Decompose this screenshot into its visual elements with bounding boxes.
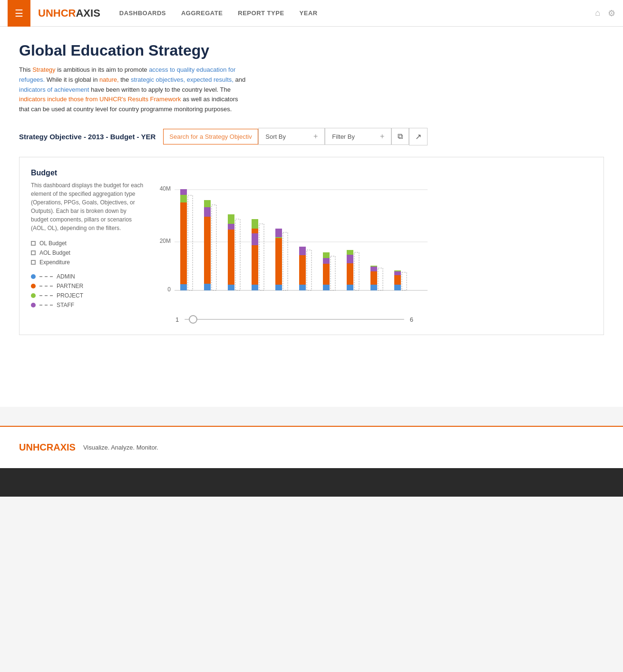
sort-by-dropdown[interactable]: Sort By +	[258, 128, 325, 145]
slider-min-label: 1	[175, 316, 179, 323]
admin-line-icon	[39, 276, 53, 277]
settings-icon[interactable]: ⚙	[608, 8, 615, 19]
bar-5-ol	[283, 232, 288, 290]
bar-3-admin	[228, 285, 234, 290]
bar-2-project	[204, 200, 211, 207]
footer-logo-unhcr: UNHCR	[19, 442, 53, 452]
bar-3-staff	[228, 224, 234, 230]
logo-unhcr: UNHCR	[38, 7, 76, 19]
bar-1-staff	[180, 189, 187, 195]
nav-icons: ⌂ ⚙	[595, 8, 615, 19]
filter-plus-icon: +	[380, 132, 384, 141]
bar-8-staff	[347, 255, 353, 263]
bar-9-ol	[378, 268, 383, 290]
bar-3-partner	[228, 224, 234, 290]
footer-tagline: Visualize. Analyze. Monitor.	[83, 444, 158, 451]
navbar: ☰ UNHCRAXIS DASHBOARDS AGGREGATE REPORT …	[0, 0, 623, 27]
legend-admin: ADMIN	[31, 273, 145, 280]
expenditure-icon	[31, 260, 36, 265]
footer-logo-axis: AXIS	[53, 442, 76, 452]
bar-10-admin	[394, 285, 401, 290]
partner-line-icon	[39, 286, 53, 287]
svg-text:20M: 20M	[160, 238, 171, 244]
home-icon[interactable]: ⌂	[595, 8, 600, 18]
bar-4-staff	[252, 233, 258, 245]
desc-nature: nature,	[99, 76, 118, 83]
bar-3-project	[228, 214, 234, 224]
legend-aol-budget: AOL Budget	[31, 250, 145, 256]
bar-10-ol	[402, 272, 407, 290]
project-dot-icon	[31, 293, 36, 298]
bar-1-admin	[180, 284, 187, 290]
legend-section: This dashboard displays the budget for e…	[31, 181, 145, 323]
bar-1-partner	[180, 189, 187, 290]
bar-5-partner	[275, 238, 282, 290]
chart-svg-container: 40M 20M 0	[156, 181, 592, 323]
bar-4-admin	[252, 285, 258, 290]
slider-max-label: 6	[410, 316, 413, 323]
partner-dot-icon	[31, 284, 36, 288]
legend-partner: PARTNER	[31, 283, 145, 289]
svg-text:0: 0	[167, 286, 171, 293]
nav-report-type[interactable]: REPORT TYPE	[238, 10, 284, 17]
svg-text:40M: 40M	[160, 185, 171, 192]
bar-1-ol	[188, 195, 193, 290]
bar-3-ol	[235, 219, 240, 290]
legend-expenditure: Expenditure	[31, 259, 145, 266]
bar-2-admin	[204, 284, 211, 290]
logo-axis: AXIS	[76, 7, 100, 19]
slider-thumb[interactable]	[189, 315, 197, 324]
copy-icon-btn[interactable]: ⧉	[391, 128, 409, 145]
bar-2-staff	[204, 207, 211, 217]
bar-10-staff	[394, 271, 401, 275]
nav-year[interactable]: YEAR	[300, 10, 318, 17]
slider-container: 1 6	[156, 316, 432, 323]
bar-6-staff	[299, 247, 306, 255]
footer: UNHCRAXIS Visualize. Analyze. Monitor.	[0, 427, 623, 468]
legend-colors-group: ADMIN PARTNER PROJECT	[31, 273, 145, 308]
admin-dot-icon	[31, 274, 36, 279]
slider-track[interactable]	[185, 319, 404, 320]
dark-footer	[0, 468, 623, 497]
filter-by-dropdown[interactable]: Filter By +	[325, 128, 391, 145]
budget-chart-svg: 40M 20M 0	[156, 181, 432, 305]
chart-area: This dashboard displays the budget for e…	[31, 181, 592, 323]
bar-6-admin	[299, 285, 306, 290]
toolbar: Strategy Objective - 2013 - Budget - YER…	[19, 128, 604, 145]
hamburger-menu[interactable]: ☰	[8, 0, 30, 27]
chart-description: This dashboard displays the budget for e…	[31, 181, 145, 232]
nav-links: DASHBOARDS AGGREGATE REPORT TYPE YEAR	[119, 10, 595, 17]
staff-line-icon	[39, 305, 53, 306]
nav-aggregate[interactable]: AGGREGATE	[181, 10, 223, 17]
desc-indicators: indicators of achievement	[19, 86, 89, 93]
page-title: Global Education Strategy	[19, 42, 604, 59]
bar-9-admin	[370, 285, 377, 290]
bar-5-staff	[275, 229, 282, 237]
bar-5-admin	[275, 285, 282, 290]
bar-6-ol	[307, 250, 312, 290]
desc-objectives: strategic objectives, expected results,	[131, 76, 234, 83]
project-line-icon	[39, 295, 53, 296]
bar-8-admin	[347, 285, 353, 290]
legend-staff: STAFF	[31, 302, 145, 308]
bar-4-project	[252, 219, 258, 229]
search-input[interactable]	[163, 129, 258, 144]
bar-9-staff	[370, 267, 377, 271]
bar-8-ol	[354, 252, 359, 290]
nav-dashboards[interactable]: DASHBOARDS	[119, 10, 166, 17]
desc-results: indicators include those from UNHCR's Re…	[19, 96, 181, 103]
toolbar-subtitle: Strategy Objective - 2013 - Budget - YER	[19, 133, 156, 141]
footer-logo: UNHCRAXIS	[19, 442, 76, 453]
legend-lines-group: OL Budget AOL Budget Expenditure	[31, 240, 145, 266]
page-description: This Strategy is ambitious in its aim to…	[19, 65, 247, 115]
sort-plus-icon: +	[313, 132, 318, 141]
bar-2-ol	[212, 205, 216, 290]
legend-ol-budget: OL Budget	[31, 240, 145, 247]
share-icon-btn[interactable]: ↗	[409, 128, 428, 145]
desc-strategy: Strategy	[32, 66, 55, 73]
nav-logo: UNHCRAXIS	[38, 7, 100, 19]
bar-7-ol	[331, 256, 335, 290]
chart-card: Budget This dashboard displays the budge…	[19, 157, 604, 335]
main-content: Global Education Strategy This Strategy …	[0, 27, 623, 407]
bar-7-staff	[323, 258, 330, 264]
